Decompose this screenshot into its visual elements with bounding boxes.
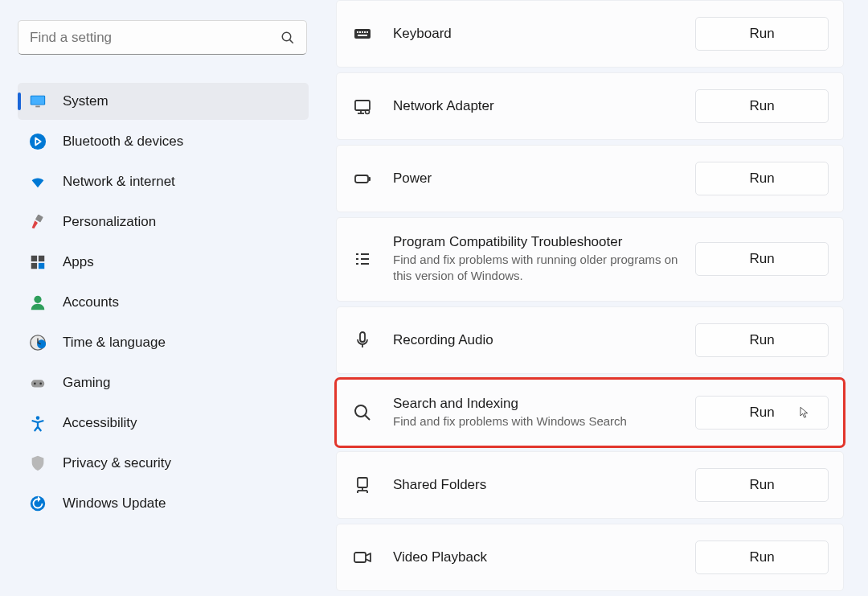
display-icon: [27, 91, 48, 112]
search-icon: [280, 31, 295, 45]
sidebar-item-accounts[interactable]: Accounts: [18, 284, 309, 321]
run-button-search-indexing[interactable]: Run: [695, 396, 829, 430]
run-button-keyboard[interactable]: Run: [695, 17, 829, 51]
troubleshooter-title: Video Playback: [393, 549, 695, 565]
run-button-label: Run: [749, 26, 774, 41]
wifi-icon: [27, 171, 48, 192]
list-icon: [351, 248, 374, 270]
troubleshooter-desc: Find and fix problems with running older…: [393, 252, 695, 285]
apps-icon: [27, 252, 48, 273]
sidebar-item-accessibility[interactable]: Accessibility: [18, 405, 309, 442]
shield-icon: [27, 453, 48, 474]
troubleshooter-power: Power Run: [336, 145, 844, 212]
sidebar-item-label: Accounts: [63, 294, 119, 310]
sidebar-item-update[interactable]: Windows Update: [18, 485, 309, 522]
sidebar-item-time[interactable]: Time & language: [18, 324, 309, 361]
troubleshooter-title: Shared Folders: [393, 477, 695, 493]
run-button-label: Run: [749, 98, 774, 113]
sidebar-item-label: Accessibility: [63, 415, 137, 431]
troubleshooter-recording-audio: Recording Audio Run: [336, 306, 844, 374]
sidebar-item-gaming[interactable]: Gaming: [18, 364, 309, 401]
sidebar-item-label: Gaming: [63, 375, 111, 391]
troubleshooter-video-playback: Video Playback Run: [336, 524, 844, 591]
troubleshooter-title: Recording Audio: [393, 332, 695, 348]
brush-icon: [27, 212, 48, 232]
troubleshooter-title: Network Adapter: [393, 98, 695, 114]
troubleshooter-title: Program Compatibility Troubleshooter: [393, 234, 695, 250]
cursor-icon: [799, 405, 812, 421]
troubleshooter-title: Power: [393, 171, 695, 187]
sidebar-item-network[interactable]: Network & internet: [18, 163, 309, 200]
sidebar-item-label: Windows Update: [63, 495, 166, 512]
sidebar-item-label: Network & internet: [63, 174, 175, 190]
troubleshooter-text: Program Compatibility Troubleshooter Fin…: [393, 234, 695, 285]
network-adapter-icon: [351, 95, 374, 117]
run-button-label: Run: [749, 251, 774, 266]
sidebar-item-label: Time & language: [63, 335, 166, 351]
run-button-label: Run: [749, 332, 774, 347]
sidebar-item-privacy[interactable]: Privacy & security: [18, 445, 309, 482]
update-icon: [27, 493, 48, 514]
run-button-label: Run: [749, 171, 774, 186]
keyboard-icon: [351, 23, 374, 45]
controller-icon: [27, 372, 48, 393]
search-input[interactable]: [30, 30, 280, 46]
troubleshooter-program-compat: Program Compatibility Troubleshooter Fin…: [336, 217, 844, 302]
troubleshooter-search-indexing: Search and Indexing Find and fix problem…: [336, 379, 844, 446]
troubleshooter-text: Keyboard: [393, 26, 695, 42]
sidebar-item-label: Personalization: [63, 214, 156, 230]
troubleshooter-text: Recording Audio: [393, 332, 695, 348]
sidebar-item-personalization[interactable]: Personalization: [18, 203, 309, 240]
search-icon: [351, 401, 374, 424]
sidebar-item-label: Bluetooth & devices: [63, 134, 183, 150]
microphone-icon: [351, 329, 374, 351]
troubleshooter-title: Keyboard: [393, 26, 695, 42]
troubleshooter-desc: Find and fix problems with Windows Searc…: [393, 413, 695, 430]
sidebar-item-system[interactable]: System: [18, 83, 309, 120]
search-box[interactable]: [18, 20, 307, 55]
run-button-label: Run: [749, 477, 774, 492]
svg-point-0: [282, 32, 291, 41]
sidebar-item-label: System: [63, 93, 108, 109]
sidebar-item-apps[interactable]: Apps: [18, 244, 309, 281]
run-button-label: Run: [749, 405, 774, 420]
run-button-shared-folders[interactable]: Run: [695, 468, 829, 502]
sidebar-nav: System Bluetooth & devices Network & int…: [18, 83, 309, 525]
troubleshooter-title: Search and Indexing: [393, 396, 695, 412]
accessibility-icon: [27, 413, 48, 434]
sidebar-item-label: Apps: [63, 254, 94, 270]
svg-line-1: [290, 39, 293, 43]
sidebar-item-label: Privacy & security: [63, 455, 171, 471]
shared-folder-icon: [351, 474, 374, 496]
troubleshooter-text: Network Adapter: [393, 98, 695, 114]
sidebar: System Bluetooth & devices Network & int…: [0, 0, 321, 596]
troubleshooter-text: Video Playback: [393, 549, 695, 565]
run-button-label: Run: [749, 549, 774, 565]
clock-globe-icon: [27, 332, 48, 353]
bluetooth-icon: [27, 131, 48, 152]
run-button-program-compat[interactable]: Run: [695, 242, 829, 276]
troubleshooter-text: Search and Indexing Find and fix problem…: [393, 396, 695, 430]
troubleshooter-list: Keyboard Run Network Adapter Run Power R…: [321, 0, 868, 596]
troubleshooter-keyboard: Keyboard Run: [336, 0, 844, 68]
run-button-recording-audio[interactable]: Run: [695, 323, 829, 357]
battery-icon: [351, 167, 374, 190]
person-icon: [27, 292, 48, 313]
troubleshooter-shared-folders: Shared Folders Run: [336, 451, 844, 519]
run-button-power[interactable]: Run: [695, 162, 829, 195]
run-button-network-adapter[interactable]: Run: [695, 89, 829, 123]
sidebar-item-bluetooth[interactable]: Bluetooth & devices: [18, 123, 309, 160]
run-button-video-playback[interactable]: Run: [695, 541, 829, 574]
troubleshooter-text: Shared Folders: [393, 477, 695, 493]
troubleshooter-network-adapter: Network Adapter Run: [336, 72, 844, 140]
video-icon: [351, 546, 374, 569]
troubleshooter-text: Power: [393, 171, 695, 187]
